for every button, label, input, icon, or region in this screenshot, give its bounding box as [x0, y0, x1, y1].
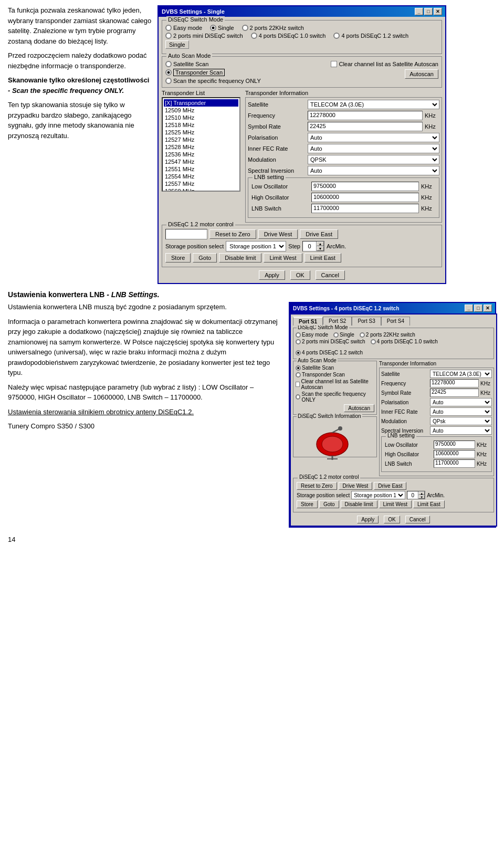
list-item[interactable]: 12527 MHz — [164, 136, 238, 143]
ok-button[interactable]: OK — [290, 270, 310, 280]
s-spinner-down[interactable]: ▼ — [418, 495, 425, 499]
single-radio-input[interactable] — [210, 25, 216, 31]
lnb-switch-value[interactable]: 11700000 — [311, 204, 419, 213]
2ports-22khz-radio[interactable]: 2 ports 22KHz switch — [242, 25, 304, 31]
s-lnb-switch-value[interactable]: 11700000 — [434, 459, 475, 468]
symbol-rate-value[interactable]: 22425 — [308, 122, 423, 131]
single-radio[interactable]: Single — [210, 25, 234, 31]
satellite-scan-input[interactable] — [165, 61, 172, 67]
limit-west-button[interactable]: Limit West — [264, 253, 302, 263]
list-item[interactable]: 12551 MHz — [164, 165, 238, 173]
dialog2-maximize[interactable]: □ — [474, 305, 482, 312]
s-drive-east-button[interactable]: Drive East — [374, 482, 406, 490]
s-reset-button[interactable]: Reset to Zero — [297, 482, 337, 490]
s-4ports-12[interactable]: 4 ports DiSEqC 1.2 switch — [296, 350, 363, 355]
list-item[interactable]: 12510 MHz — [164, 114, 238, 121]
2ports-22khz-radio-input[interactable] — [242, 25, 248, 31]
spinner-down[interactable]: ▼ — [317, 246, 324, 251]
transponder-scan-input[interactable] — [165, 69, 172, 76]
s-cancel-button[interactable]: Cancel — [405, 516, 430, 523]
s-4ports-12-input[interactable] — [296, 350, 301, 355]
disable-limit-button[interactable]: Disable limit — [219, 253, 261, 263]
list-item[interactable]: 12560 MHz — [164, 187, 238, 192]
low-osc-value[interactable]: 9750000 — [311, 182, 419, 191]
s-ok-button[interactable]: OK — [384, 516, 400, 523]
s-limit-east-button[interactable]: Limit East — [413, 500, 445, 508]
dialog2-minimize[interactable]: _ — [465, 305, 473, 312]
2ports-mini-radio[interactable]: 2 ports mini DiSEqC switch — [165, 33, 243, 39]
s-easy-mode-input[interactable] — [296, 332, 301, 338]
4ports-10-radio[interactable]: 4 ports DiSEqC 1.0 switch — [251, 33, 326, 39]
s-satellite-scan[interactable]: Satellite Scan — [296, 365, 374, 371]
s-polarisation-select[interactable]: Auto — [430, 398, 492, 406]
list-item[interactable]: 12528 MHz — [164, 143, 238, 151]
s-4ports-10[interactable]: 4 ports DiSEqC 1.0 switch — [371, 339, 438, 344]
s-2ports-mini-input[interactable] — [296, 339, 301, 344]
list-item[interactable]: 12557 MHz — [164, 180, 238, 187]
minimize-button[interactable]: _ — [415, 8, 423, 15]
s-scan-specific-input[interactable] — [296, 394, 300, 400]
4ports-10-radio-input[interactable] — [251, 33, 257, 39]
s-transponder-scan-input[interactable] — [296, 372, 301, 377]
list-item[interactable]: 12525 MHz — [164, 129, 238, 136]
scan-specific-input[interactable] — [165, 78, 172, 84]
s-clear-channel[interactable]: Clear channel list as Satellite Autoscan — [296, 379, 374, 390]
cancel-button[interactable]: Cancel — [316, 270, 345, 280]
inner-fec-select[interactable]: Auto — [308, 144, 439, 153]
s-spectral-inv-select[interactable]: Auto — [430, 426, 492, 435]
s-spinner-up[interactable]: ▲ — [418, 491, 425, 495]
scan-specific-radio[interactable]: Scan the specific frequency ONLY — [165, 78, 261, 84]
list-item[interactable]: 12536 MHz — [164, 151, 238, 158]
s-symbol-rate-value[interactable]: 22425 — [430, 389, 479, 397]
s-drive-west-button[interactable]: Drive West — [339, 482, 373, 490]
s-single-input[interactable] — [333, 332, 339, 338]
close-button[interactable]: ✕ — [434, 8, 442, 15]
s-4ports-10-input[interactable] — [371, 339, 376, 344]
s-clear-channel-input[interactable] — [296, 382, 300, 387]
4ports-12-radio-input[interactable] — [333, 33, 340, 39]
s-satellite-select[interactable]: TELECOM 2A (3.0E) — [430, 370, 492, 378]
goto-button[interactable]: Goto — [193, 253, 217, 263]
dialog2-close[interactable]: ✕ — [484, 305, 492, 312]
step-spinner[interactable]: 0 ▲ ▼ — [302, 241, 324, 251]
tab-port-s3[interactable]: Port S3 — [352, 317, 381, 326]
list-item[interactable]: 12547 MHz — [164, 158, 238, 165]
s-easy-mode[interactable]: Easy mode — [296, 332, 328, 338]
s-2ports-22khz-input[interactable] — [360, 332, 365, 338]
high-osc-value[interactable]: 10600000 — [311, 193, 419, 202]
s-frequency-value[interactable]: 12278000 — [430, 379, 479, 387]
s-2ports-22khz[interactable]: 2 ports 22KHz switch — [360, 332, 415, 338]
maximize-button[interactable]: □ — [424, 8, 433, 15]
transponder-list-box[interactable]: [X] Transponder 12509 MHz 12510 MHz 1251… — [162, 97, 240, 192]
2ports-mini-radio-input[interactable] — [165, 33, 172, 39]
store-button[interactable]: Store — [165, 253, 191, 263]
s-apply-button[interactable]: Apply — [357, 516, 379, 523]
drive-west-button[interactable]: Drive West — [258, 229, 298, 239]
spinner-up[interactable]: ▲ — [317, 242, 324, 246]
4ports-12-radio[interactable]: 4 ports DiSEqC 1.2 switch — [333, 33, 408, 39]
list-item[interactable]: 12554 MHz — [164, 173, 238, 180]
tab-port-s4[interactable]: Port S4 — [381, 317, 410, 326]
modulation-select[interactable]: QPSK — [308, 155, 439, 164]
s-scan-specific[interactable]: Scan the specific frequency ONLY — [296, 391, 374, 403]
s-step-spinner[interactable]: 0 ▲ ▼ — [407, 491, 425, 499]
s-transponder-scan[interactable]: Transponder Scan — [296, 372, 374, 377]
s-high-osc-value[interactable]: 10600000 — [434, 450, 475, 458]
motor-text-input[interactable] — [165, 229, 207, 239]
clear-channel-input[interactable] — [331, 61, 337, 67]
storage-select[interactable]: Storage position 1 — [226, 241, 286, 251]
satellite-select[interactable]: TELECOM 2A (3.0E) — [308, 100, 439, 109]
s-storage-select[interactable]: Storage position 1 — [351, 491, 405, 499]
list-item[interactable]: 12509 MHz — [164, 107, 238, 114]
transponder-scan-radio[interactable]: Transponder Scan — [165, 69, 261, 76]
s-2ports-mini[interactable]: 2 ports mini DiSEqC switch — [296, 339, 365, 344]
s-single[interactable]: Single — [333, 332, 354, 338]
reset-to-zero-button[interactable]: Reset to Zero — [209, 229, 256, 239]
transponder-header[interactable]: [X] Transponder — [164, 99, 238, 107]
easy-mode-radio-input[interactable] — [165, 25, 172, 31]
limit-east-button[interactable]: Limit East — [304, 253, 341, 263]
s-goto-button[interactable]: Goto — [319, 500, 339, 508]
frequency-value[interactable]: 12278000 — [308, 111, 423, 120]
drive-east-button[interactable]: Drive East — [300, 229, 338, 239]
satellite-scan-radio[interactable]: Satellite Scan — [165, 61, 261, 67]
